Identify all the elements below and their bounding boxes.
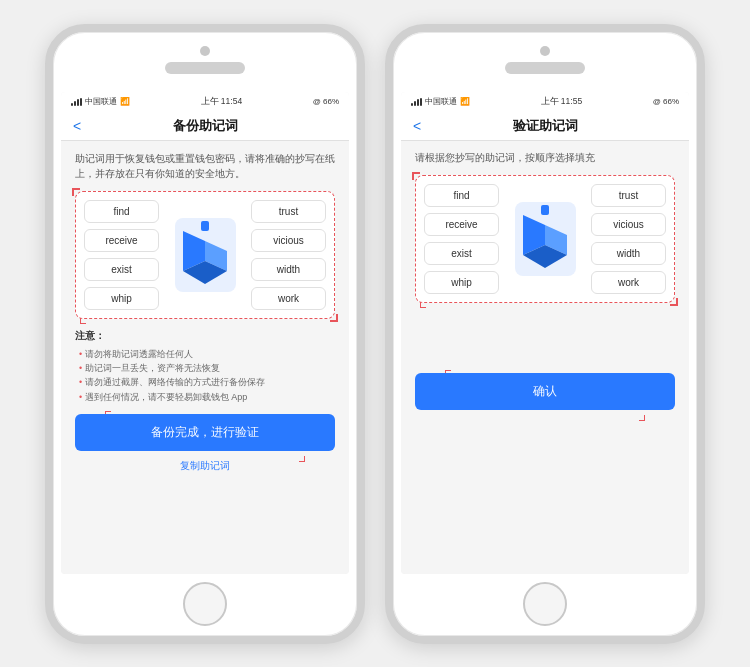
phone-1-speaker xyxy=(165,62,245,74)
svg-rect-3 xyxy=(541,205,549,215)
phone-1: 中国联通 📶 上午 11:54 @ 66% < 备份助记词 助记词用于恢复钱包或… xyxy=(45,24,365,644)
grid-corner-br-2 xyxy=(670,298,678,306)
primary-btn-wrapper-2: 确认 xyxy=(415,373,675,418)
time-2: 上午 11:55 xyxy=(541,96,583,108)
battery-1: @ 66% xyxy=(313,97,339,106)
word-whip-1[interactable]: whip xyxy=(84,287,159,310)
confirm-button[interactable]: 确认 xyxy=(415,373,675,410)
back-button-2[interactable]: < xyxy=(413,118,421,134)
signal-bar-3 xyxy=(77,99,79,106)
backup-complete-button[interactable]: 备份完成，进行验证 xyxy=(75,414,335,451)
signal-icon-2 xyxy=(411,98,422,106)
grid-corner-tl-1 xyxy=(72,188,80,196)
nav-bar-2: < 验证助记词 xyxy=(401,112,689,141)
carrier-text-1: 中国联通 xyxy=(85,96,117,107)
wifi-icon-1: 📶 xyxy=(120,97,130,106)
time-1: 上午 11:54 xyxy=(201,96,243,108)
word-vicious-1[interactable]: vicious xyxy=(251,229,326,252)
phone-2: 中国联通 📶 上午 11:55 @ 66% < 验证助记词 请根据您抄写的助记词… xyxy=(385,24,705,644)
back-button-1[interactable]: < xyxy=(73,118,81,134)
note-3: 请勿通过截屏、网络传输的方式进行备份保存 xyxy=(75,375,335,389)
btn-marker-br-1 xyxy=(299,456,305,462)
word-grid-container-1: find trust receive xyxy=(75,191,335,319)
status-left-2: 中国联通 📶 xyxy=(411,96,470,107)
notes-title-1: 注意： xyxy=(75,329,335,343)
note-2: 助记词一旦丢失，资产将无法恢复 xyxy=(75,361,335,375)
word-exist-1[interactable]: exist xyxy=(84,258,159,281)
note-1: 请勿将助记词透露给任何人 xyxy=(75,347,335,361)
word-vicious-2[interactable]: vicious xyxy=(591,213,666,236)
primary-btn-wrapper-1: 备份完成，进行验证 xyxy=(75,414,335,459)
notes-section-1: 注意： 请勿将助记词透露给任何人 助记词一旦丢失，资产将无法恢复 请勿通过截屏、… xyxy=(75,329,335,405)
battery-2: @ 66% xyxy=(653,97,679,106)
copy-mnemonic-link[interactable]: 复制助记词 xyxy=(75,459,335,473)
logo-area-1 xyxy=(165,216,245,294)
word-work-2[interactable]: work xyxy=(591,271,666,294)
signal-bar-2-2 xyxy=(414,101,416,106)
word-grid-1: find trust receive xyxy=(84,200,326,310)
signal-icon xyxy=(71,98,82,106)
status-left-1: 中国联通 📶 xyxy=(71,96,130,107)
signal-bar-2-3 xyxy=(417,99,419,106)
word-grid-container-2: find trust receive xyxy=(415,175,675,303)
screen-content-2: 请根据您抄写的助记词，按顺序选择填充 find xyxy=(401,141,689,574)
word-find-2[interactable]: find xyxy=(424,184,499,207)
signal-bar-4 xyxy=(80,98,82,106)
grid-bottom-marker-1 xyxy=(80,318,86,324)
signal-bar-2-1 xyxy=(411,103,413,106)
word-work-1[interactable]: work xyxy=(251,287,326,310)
btn-marker-br-2 xyxy=(639,415,645,421)
app-logo-1 xyxy=(173,216,238,294)
phone-2-shell: 中国联通 📶 上午 11:55 @ 66% < 验证助记词 请根据您抄写的助记词… xyxy=(385,24,705,644)
signal-bar-2 xyxy=(74,101,76,106)
grid-bottom-marker-2 xyxy=(420,302,426,308)
status-bar-2: 中国联通 📶 上午 11:55 @ 66% xyxy=(401,92,689,112)
svg-rect-1 xyxy=(201,221,209,231)
word-width-2[interactable]: width xyxy=(591,242,666,265)
status-bar-1: 中国联通 📶 上午 11:54 @ 66% xyxy=(61,92,349,112)
screen-content-1: 助记词用于恢复钱包或重置钱包密码，请将准确的抄写在纸上，并存放在只有你知道的安全… xyxy=(61,141,349,574)
word-receive-1[interactable]: receive xyxy=(84,229,159,252)
word-width-1[interactable]: width xyxy=(251,258,326,281)
phone-1-shell: 中国联通 📶 上午 11:54 @ 66% < 备份助记词 助记词用于恢复钱包或… xyxy=(45,24,365,644)
phone-2-speaker xyxy=(505,62,585,74)
nav-bar-1: < 备份助记词 xyxy=(61,112,349,141)
note-4: 遇到任何情况，请不要轻易卸载钱包 App xyxy=(75,390,335,404)
word-exist-2[interactable]: exist xyxy=(424,242,499,265)
description-text-1: 助记词用于恢复钱包或重置钱包密码，请将准确的抄写在纸上，并存放在只有你知道的安全… xyxy=(75,151,335,181)
home-button-1[interactable] xyxy=(183,582,227,626)
page-title-1: 备份助记词 xyxy=(173,117,238,135)
word-trust-2[interactable]: trust xyxy=(591,184,666,207)
phone-2-screen: 中国联通 📶 上午 11:55 @ 66% < 验证助记词 请根据您抄写的助记词… xyxy=(401,92,689,574)
signal-bar-1 xyxy=(71,103,73,106)
word-trust-1[interactable]: trust xyxy=(251,200,326,223)
phone-1-screen: 中国联通 📶 上午 11:54 @ 66% < 备份助记词 助记词用于恢复钱包或… xyxy=(61,92,349,574)
home-button-2[interactable] xyxy=(523,582,567,626)
carrier-text-2: 中国联通 xyxy=(425,96,457,107)
signal-bar-2-4 xyxy=(420,98,422,106)
app-logo-2 xyxy=(513,200,578,278)
word-grid-2: find trust receive xyxy=(424,184,666,294)
word-find-1[interactable]: find xyxy=(84,200,159,223)
verify-instruction: 请根据您抄写的助记词，按顺序选择填充 xyxy=(415,151,675,165)
grid-corner-tl-2 xyxy=(412,172,420,180)
page-title-2: 验证助记词 xyxy=(513,117,578,135)
logo-area-2 xyxy=(505,200,585,278)
word-receive-2[interactable]: receive xyxy=(424,213,499,236)
spacer-2 xyxy=(415,313,675,373)
grid-corner-br-1 xyxy=(330,314,338,322)
word-whip-2[interactable]: whip xyxy=(424,271,499,294)
wifi-icon-2: 📶 xyxy=(460,97,470,106)
